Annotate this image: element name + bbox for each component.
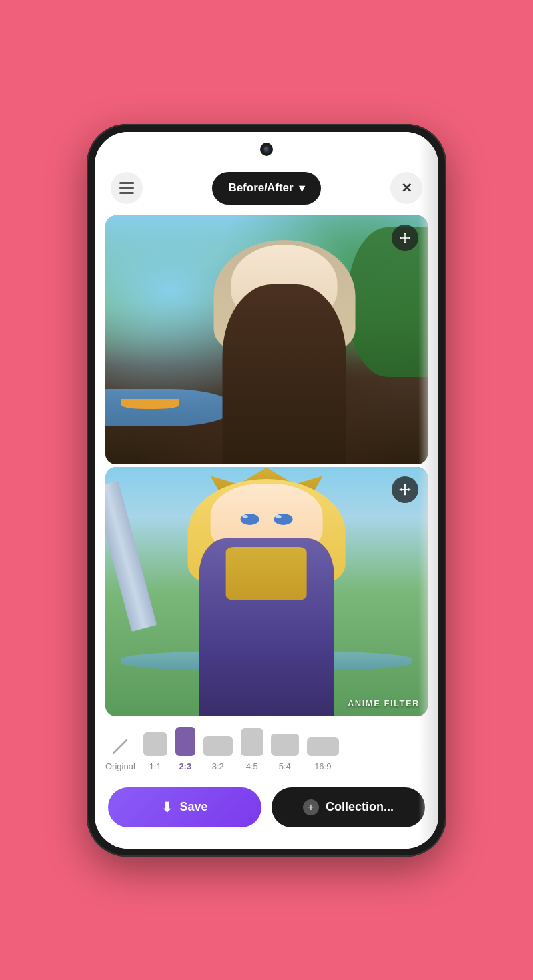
anime-filter-label: ANIME FILTER xyxy=(348,698,420,708)
aspect-icon-2-3 xyxy=(175,727,195,756)
camera-lens xyxy=(264,147,269,152)
after-image-panel[interactable]: ANIME FILTER xyxy=(105,467,428,716)
aspect-item-16-9[interactable]: 16:9 xyxy=(307,737,339,771)
aspect-icon-1-1 xyxy=(143,732,167,756)
person-body xyxy=(222,284,346,464)
images-container: ANIME FILTER xyxy=(95,215,438,716)
before-photo xyxy=(105,215,428,464)
bottom-actions: ⬇ Save + Collection... xyxy=(95,782,438,849)
svg-marker-11 xyxy=(404,484,406,486)
aspect-label-3-2: 3:2 xyxy=(212,761,224,771)
save-label: Save xyxy=(179,800,207,814)
dropdown-arrow: ▾ xyxy=(299,181,305,195)
aspect-item-2-3[interactable]: 2:3 xyxy=(175,727,195,771)
aspect-icon-4-5 xyxy=(241,728,263,756)
aspect-item-1-1[interactable]: 1:1 xyxy=(143,732,167,771)
camera-notch xyxy=(261,144,272,155)
aspect-icon-3-2 xyxy=(203,736,233,756)
person-figure xyxy=(196,240,373,464)
save-icon: ⬇ xyxy=(161,799,173,815)
aspect-label-16-9: 16:9 xyxy=(314,761,331,771)
anime-eyes xyxy=(233,512,300,526)
before-image-panel[interactable] xyxy=(105,215,428,464)
menu-icon xyxy=(119,182,134,194)
save-button[interactable]: ⬇ Save xyxy=(108,787,261,827)
aspect-label-4-5: 4:5 xyxy=(246,761,258,771)
aspect-icon-original xyxy=(111,737,129,756)
collection-label: Collection... xyxy=(326,800,394,814)
svg-point-4 xyxy=(404,237,406,239)
svg-rect-3 xyxy=(129,182,134,184)
aspect-icon-5-4 xyxy=(271,734,299,756)
aspect-icon-16-9 xyxy=(307,737,339,756)
close-icon: ✕ xyxy=(401,180,412,196)
anime-eye-left xyxy=(240,514,259,525)
crosshair-icon xyxy=(398,231,412,245)
aspect-label-5-4: 5:4 xyxy=(279,761,291,771)
anime-armor-trim xyxy=(226,547,307,600)
before-after-label: Before/After xyxy=(228,181,293,195)
close-button[interactable]: ✕ xyxy=(390,172,422,204)
boat-element xyxy=(121,399,179,409)
aspect-ratio-row: Original 1:1 2:3 3:2 xyxy=(105,727,428,774)
menu-button[interactable] xyxy=(111,172,143,204)
svg-line-15 xyxy=(113,740,127,753)
svg-rect-2 xyxy=(119,192,134,194)
aspect-item-4-5[interactable]: 4:5 xyxy=(241,728,263,771)
move-icon-bottom[interactable] xyxy=(392,476,418,503)
phone-screen: Before/After ▾ ✕ xyxy=(95,132,438,849)
aspect-label-original: Original xyxy=(105,761,135,771)
collection-plus-icon: + xyxy=(303,799,319,815)
phone-frame: Before/After ▾ ✕ xyxy=(87,124,446,857)
aspect-label-2-3: 2:3 xyxy=(179,761,191,771)
anime-eye-right xyxy=(274,514,292,525)
anime-character xyxy=(154,479,380,716)
aspect-item-3-2[interactable]: 3:2 xyxy=(203,736,233,771)
original-slash-icon xyxy=(111,737,129,756)
aspect-ratio-section: Original 1:1 2:3 3:2 xyxy=(95,716,438,782)
svg-marker-12 xyxy=(404,493,406,496)
after-photo: ANIME FILTER xyxy=(105,467,428,716)
anime-body xyxy=(199,538,334,716)
before-after-button[interactable]: Before/After ▾ xyxy=(212,172,320,205)
svg-marker-13 xyxy=(399,488,402,491)
aspect-item-5-4[interactable]: 5:4 xyxy=(271,734,299,771)
svg-marker-14 xyxy=(408,488,411,491)
aspect-label-1-1: 1:1 xyxy=(149,761,161,771)
collection-button[interactable]: + Collection... xyxy=(272,787,425,827)
crosshair-icon-bottom xyxy=(398,483,412,496)
aspect-item-original[interactable]: Original xyxy=(105,737,135,771)
svg-rect-1 xyxy=(119,187,134,189)
move-icon-top[interactable] xyxy=(392,225,418,251)
